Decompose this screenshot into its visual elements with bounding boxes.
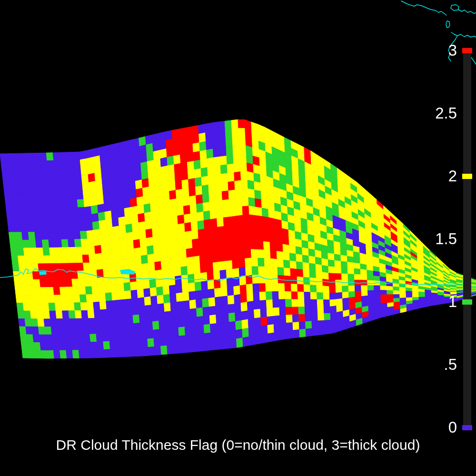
colorbar-tick-label-1: 1 [414,293,457,310]
colorbar-tick-label-1_5: 1.5 [414,230,457,248]
colorbar-bar [463,48,471,430]
colorbar-tick-label-2: 2 [414,168,457,185]
colorbar-tick-label-0: 0 [414,419,457,436]
colorbar-tick-label-2_5: 2.5 [414,105,457,122]
colorbar-tick-2 [462,174,472,179]
cloud-flag-swath-canvas [0,0,476,476]
chart-title: DR Cloud Thickness Flag (0=no/thin cloud… [0,437,476,453]
colorbar-tick-0 [462,425,472,430]
colorbar-tick-3 [462,48,472,53]
colorbar-tick-label-0_5: .5 [414,356,457,373]
colorbar-tick-label-3: 3 [414,42,457,59]
colorbar-tick-1 [462,299,472,305]
plot-stage: 3 2.5 2 1.5 1 .5 0 DR Cloud Thickness Fl… [0,0,476,476]
